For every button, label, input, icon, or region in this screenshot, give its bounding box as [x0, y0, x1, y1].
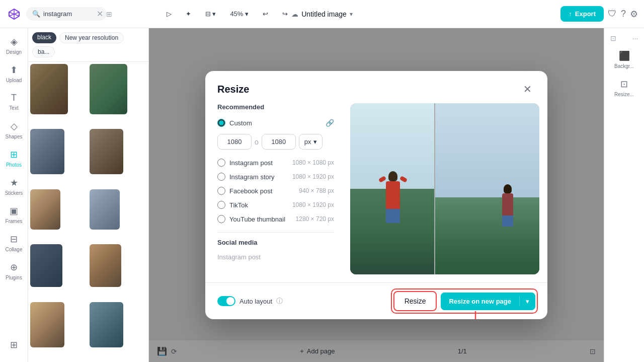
resize-label: Resize...: [614, 92, 634, 97]
tag-black[interactable]: black: [32, 32, 56, 43]
photos-grid: [28, 62, 148, 362]
option-custom[interactable]: Custom 🔗: [217, 116, 334, 130]
search-input[interactable]: [43, 10, 94, 18]
stickers-label: Stickers: [5, 190, 23, 196]
sidebar-item-plugins[interactable]: ⊕ Plugins: [3, 258, 25, 284]
photo-thumb[interactable]: [30, 189, 60, 230]
export-label: Export: [575, 10, 596, 18]
upload-label: Upload: [6, 78, 22, 83]
photo-thumb[interactable]: [30, 64, 68, 114]
right-sidebar-resize[interactable]: ⊡ Resize...: [608, 75, 640, 101]
sidebar-item-shapes[interactable]: ◇ Shapes: [3, 117, 25, 143]
auto-layout-info-icon[interactable]: ⓘ: [276, 297, 283, 306]
recommended-label: Recommended: [217, 103, 334, 111]
zoom-value: 45%: [230, 10, 243, 18]
modal-body: Recommended Custom 🔗 o: [205, 103, 547, 282]
auto-layout-toggle: Auto layout ⓘ: [217, 296, 283, 306]
sidebar-item-stickers[interactable]: ★ Stickers: [3, 173, 25, 199]
facebook-post-label: Facebook post: [229, 187, 295, 195]
option-youtube[interactable]: YouTube thumbnail 1280 × 720 px: [217, 212, 334, 226]
unit-selector[interactable]: px ▾: [299, 134, 323, 150]
resize-button[interactable]: Resize: [393, 291, 437, 311]
settings-icon[interactable]: ⚙: [630, 9, 638, 20]
modal-title: Resize: [217, 84, 249, 95]
text-icon: T: [11, 93, 17, 103]
option-tiktok[interactable]: TikTok 1080 × 1920 px: [217, 198, 334, 212]
resize-new-page-group: Resize on new page ▾: [441, 293, 535, 310]
help-icon[interactable]: ?: [621, 9, 626, 19]
zoom-chevron: ▾: [245, 10, 249, 18]
title-chevron[interactable]: ▾: [350, 11, 353, 18]
photo-thumb[interactable]: [30, 302, 64, 347]
photos-label: Photos: [6, 162, 22, 168]
right-sidebar-dots[interactable]: ···: [632, 34, 638, 42]
photo-thumb[interactable]: [90, 129, 124, 174]
collage-label: Collage: [6, 247, 23, 252]
photo-thumb[interactable]: [90, 244, 122, 287]
resize-icon: ⊡: [620, 79, 628, 90]
undo-button[interactable]: ↩: [259, 8, 272, 20]
resize-new-page-button[interactable]: Resize on new page: [441, 293, 519, 310]
sidebar-item-grid[interactable]: ⊞: [3, 332, 25, 358]
magic-button[interactable]: ✦: [182, 8, 195, 20]
photos-icon: ⊞: [10, 149, 18, 160]
play-button[interactable]: ▷: [163, 8, 176, 20]
radio-tiktok[interactable]: [217, 201, 225, 209]
sidebar-item-upload[interactable]: ⬆ Upload: [3, 60, 25, 87]
height-input[interactable]: [262, 134, 296, 150]
radio-custom[interactable]: [217, 119, 225, 127]
preview-image: [350, 103, 539, 274]
photo-thumb[interactable]: [30, 129, 64, 174]
clear-icon[interactable]: ✕: [97, 9, 103, 19]
red-arrow-annotation: [463, 311, 488, 319]
right-sidebar-background[interactable]: ⬛ Backgr...: [608, 46, 640, 73]
sidebar-item-photos[interactable]: ⊞ Photos: [3, 145, 25, 171]
photo-thumb[interactable]: [90, 189, 120, 230]
redo-button[interactable]: ↪: [278, 8, 292, 20]
option-instagram-post[interactable]: Instagram post 1080 × 1080 px: [217, 156, 334, 170]
tag-other[interactable]: ba...: [32, 46, 55, 57]
zoom-control[interactable]: 45% ▾: [226, 8, 253, 20]
figure-left: [386, 181, 400, 223]
photo-thumb[interactable]: [90, 64, 127, 114]
layout-button[interactable]: ⊟ ▾: [201, 8, 220, 20]
design-icon: ◈: [11, 36, 18, 47]
sidebar-item-frames[interactable]: ▣ Frames: [3, 201, 25, 228]
sidebar-item-text[interactable]: T Text: [3, 89, 25, 115]
option-instagram-story[interactable]: Instagram story 1080 × 1920 px: [217, 170, 334, 184]
auto-layout-switch[interactable]: [217, 296, 235, 306]
youtube-size: 1280 × 720 px: [296, 215, 334, 223]
export-button[interactable]: ↑ Export: [560, 6, 604, 22]
youtube-label: YouTube thumbnail: [229, 215, 292, 223]
radio-instagram-story[interactable]: [217, 173, 225, 181]
grid-icon: ⊞: [10, 339, 18, 350]
upload-icon: ⬆: [10, 64, 18, 76]
link-icon: 🔗: [326, 119, 334, 127]
app-logo[interactable]: [6, 6, 22, 22]
resize-dropdown-button[interactable]: ▾: [520, 293, 535, 310]
facebook-post-size: 940 × 788 px: [299, 187, 334, 194]
sidebar-item-design[interactable]: ◈ Design: [3, 32, 25, 58]
sidebar-item-collage[interactable]: ⊟ Collage: [3, 230, 25, 256]
photo-thumb[interactable]: [90, 302, 124, 347]
right-sidebar-icon: ⊡: [610, 34, 616, 42]
search-filter-icon[interactable]: ⊞: [106, 10, 112, 18]
width-input[interactable]: [217, 134, 252, 150]
left-sidebar: ◈ Design ⬆ Upload T Text ◇ Shapes ⊞ Phot…: [0, 28, 28, 362]
option-facebook-post[interactable]: Facebook post 940 × 788 px: [217, 184, 334, 198]
shield-icon[interactable]: 🛡: [608, 9, 617, 19]
main-content: ◈ Design ⬆ Upload T Text ◇ Shapes ⊞ Phot…: [0, 28, 644, 362]
modal-close-button[interactable]: ✕: [519, 81, 535, 97]
custom-label: Custom: [229, 119, 321, 127]
radio-youtube[interactable]: [217, 215, 225, 223]
plugins-label: Plugins: [6, 275, 22, 280]
search-bar[interactable]: 🔍 ✕ ⊞: [26, 7, 107, 21]
radio-facebook-post[interactable]: [217, 187, 225, 195]
modal-left-panel: Recommended Custom 🔗 o: [205, 103, 346, 282]
divider: [217, 232, 334, 233]
radio-instagram-post[interactable]: [217, 159, 225, 167]
tag-new-year[interactable]: New year resolution: [59, 32, 124, 43]
right-sidebar-header: ⊡ ···: [608, 32, 640, 44]
modal-right-panel: [346, 103, 547, 282]
photo-thumb[interactable]: [30, 244, 62, 287]
